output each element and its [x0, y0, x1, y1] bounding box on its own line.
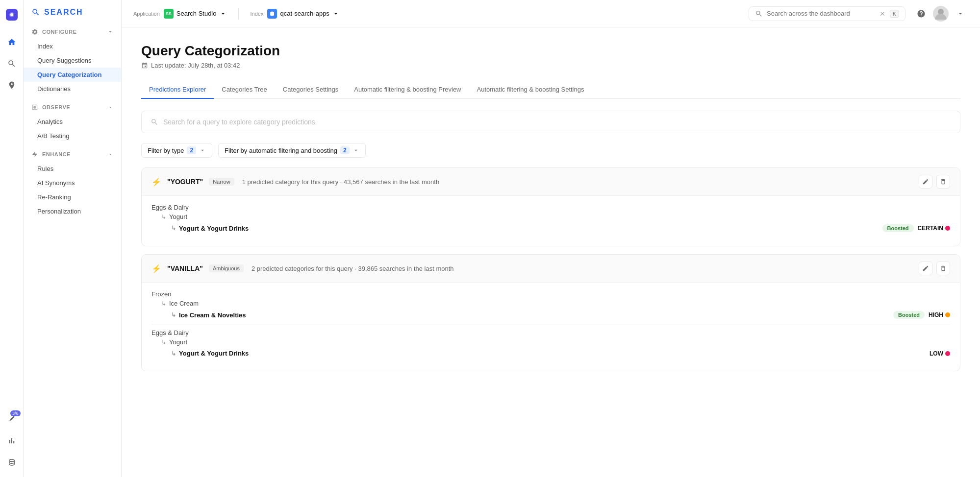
vanilla-meta: 2 predicted categories for this query · … [251, 265, 454, 272]
index-icon [267, 9, 277, 19]
main-content: Application SS Search Studio Index qcat-… [122, 0, 980, 477]
topbar-actions [913, 6, 968, 22]
app-name: Search Studio [176, 10, 217, 17]
sidebar-item-analytics[interactable]: Analytics [24, 115, 121, 129]
sidebar-item-rules[interactable]: Rules [24, 162, 121, 176]
vanilla-frozen-level1: Frozen [151, 290, 950, 298]
yogurt-edit-button[interactable] [919, 175, 932, 189]
global-search[interactable]: K [749, 6, 905, 21]
yogurt-confidence-dot [945, 226, 950, 231]
vanilla-actions [919, 262, 950, 275]
filter-by-boosting[interactable]: Filter by automatic filtering and boosti… [218, 143, 365, 158]
lightning-icon-yogurt: ⚡ [151, 177, 161, 187]
vanilla-yogurt-badges: LOW [930, 350, 950, 357]
rail-home[interactable] [3, 33, 21, 51]
vanilla-ice-cream-level3-row: ↳ Ice Cream & Novelties Boosted HIGH [151, 309, 950, 321]
vanilla-edit-button[interactable] [919, 262, 932, 275]
filter-boosting-chevron [352, 147, 359, 154]
yogurt-level1: Eggs & Dairy [151, 204, 950, 211]
rail-search[interactable] [3, 55, 21, 72]
yogurt-level2: ↳ Yogurt [151, 213, 950, 220]
vanilla-type: Ambiguous [209, 264, 244, 272]
help-button[interactable] [913, 6, 929, 22]
result-card-vanilla-header: ⚡ "VANILLA" Ambiguous 2 predicted catego… [142, 255, 960, 283]
vanilla-yogurt-path: Eggs & Dairy ↳ Yogurt ↳ Yogurt & Yogurt … [151, 329, 950, 359]
prediction-search[interactable]: Search for a query to explore category p… [141, 111, 960, 133]
rail-badge[interactable]: 3/6 [3, 410, 21, 428]
filter-by-type[interactable]: Filter by type 2 [141, 143, 212, 158]
vanilla-ice-cream-level3: ↳ Ice Cream & Novelties [151, 311, 246, 319]
tab-filtering-preview[interactable]: Automatic filtering & boosting Preview [346, 81, 469, 99]
badge-count: 3/6 [10, 410, 21, 416]
index-value[interactable]: qcat-search-apps [267, 9, 339, 19]
sidebar-logo-text: SEARCH [44, 8, 83, 17]
filter-type-badge: 2 [187, 146, 196, 154]
yogurt-meta: 1 predicted category for this query · 43… [242, 178, 440, 186]
app-icon: SS [164, 9, 174, 19]
vanilla-low-dot [945, 351, 950, 356]
prediction-search-placeholder: Search for a query to explore category p… [163, 118, 315, 126]
user-menu-chevron[interactable] [953, 6, 968, 22]
search-icon [755, 10, 763, 18]
vanilla-delete-button[interactable] [936, 262, 950, 275]
yogurt-badges: Boosted CERTAIN [882, 224, 950, 232]
sidebar-enhance-section: ENHANCE Rules AI Synonyms Re-Ranking Per… [24, 147, 121, 218]
tab-categories-tree[interactable]: Categories Tree [214, 81, 275, 99]
page-title: Query Categorization [141, 43, 960, 59]
vanilla-ice-cream-path: Frozen ↳ Ice Cream ↳ Ice Cream & Novelti… [151, 290, 950, 321]
app-logo[interactable] [3, 6, 21, 24]
app-label: Application [133, 11, 160, 17]
vanilla-arrow-2a: ↳ [161, 300, 166, 307]
rail-chart[interactable] [3, 432, 21, 450]
sidebar-item-re-ranking[interactable]: Re-Ranking [24, 190, 121, 204]
index-name: qcat-search-apps [280, 10, 329, 17]
vanilla-ice-cream-confidence: HIGH [929, 311, 950, 318]
filter-boosting-label: Filter by automatic filtering and boosti… [225, 147, 337, 154]
sidebar-item-ab-testing[interactable]: A/B Testing [24, 129, 121, 143]
result-card-vanilla: ⚡ "VANILLA" Ambiguous 2 predicted catego… [141, 254, 960, 371]
configure-header[interactable]: CONFIGURE [24, 24, 121, 39]
vanilla-arrow-3b: ↳ [171, 350, 176, 357]
yogurt-level3: ↳ Yogurt & Yogurt Drinks [151, 225, 249, 232]
yogurt-confidence: CERTAIN [918, 225, 950, 232]
vanilla-arrow-2b: ↳ [161, 339, 166, 346]
vanilla-ice-cream-boosted: Boosted [893, 311, 925, 319]
tab-filtering-settings[interactable]: Automatic filtering & boosting Settings [469, 81, 592, 99]
sidebar-item-query-suggestions[interactable]: Query Suggestions [24, 53, 121, 68]
tabs: Predictions Explorer Categories Tree Cat… [141, 81, 960, 99]
vanilla-eggs-dairy-level1: Eggs & Dairy [151, 329, 950, 336]
sidebar-item-personalization[interactable]: Personalization [24, 204, 121, 218]
sidebar-item-ai-synonyms[interactable]: AI Synonyms [24, 176, 121, 190]
icon-rail-bottom: 3/6 [3, 410, 21, 471]
observe-header[interactable]: OBSERVE [24, 100, 121, 115]
user-avatar[interactable] [933, 6, 949, 22]
yogurt-arrow-3: ↳ [171, 225, 176, 232]
sidebar-item-query-categorization[interactable]: Query Categorization [24, 68, 121, 82]
enhance-header[interactable]: ENHANCE [24, 147, 121, 162]
yogurt-delete-button[interactable] [936, 175, 950, 189]
vanilla-yogurt-level3: ↳ Yogurt & Yogurt Drinks [151, 350, 249, 357]
page-subtitle: Last update: July 28th, at 03:42 [141, 62, 960, 69]
tab-predictions-explorer[interactable]: Predictions Explorer [141, 81, 214, 99]
global-search-input[interactable] [767, 10, 875, 17]
sidebar-item-dictionaries[interactable]: Dictionaries [24, 82, 121, 96]
app-value[interactable]: SS Search Studio [164, 9, 226, 19]
vanilla-yogurt-confidence: LOW [930, 350, 950, 357]
yogurt-boosted-badge: Boosted [882, 224, 914, 232]
search-close-icon[interactable] [879, 10, 886, 17]
prediction-search-icon [151, 118, 158, 126]
result-card-yogurt: ⚡ "YOGURT" Narrow 1 predicted category f… [141, 167, 960, 246]
tab-categories-settings[interactable]: Categories Settings [275, 81, 346, 99]
rail-database[interactable] [3, 453, 21, 471]
vanilla-arrow-3a: ↳ [171, 311, 176, 318]
yogurt-category-path: Eggs & Dairy ↳ Yogurt ↳ Yogurt & Yogurt … [151, 204, 950, 234]
vanilla-ice-cream-badges: Boosted HIGH [893, 311, 950, 319]
filter-type-label: Filter by type [148, 147, 184, 154]
result-card-yogurt-body: Eggs & Dairy ↳ Yogurt ↳ Yogurt & Yogurt … [142, 196, 960, 246]
vanilla-query: "VANILLA" [167, 264, 203, 272]
rail-pin[interactable] [3, 76, 21, 94]
vanilla-high-dot [945, 312, 950, 317]
vanilla-ice-cream-level2: ↳ Ice Cream [151, 300, 950, 307]
sidebar-logo: SEARCH [24, 8, 121, 24]
sidebar-item-index[interactable]: Index [24, 39, 121, 53]
